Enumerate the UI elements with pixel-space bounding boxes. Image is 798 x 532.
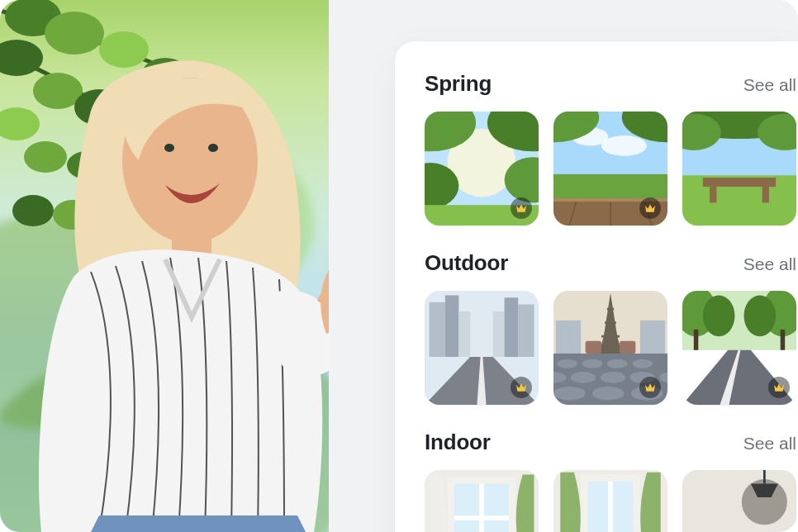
svg-point-74 [744,296,777,337]
svg-rect-53 [556,321,581,354]
bg-thumb-city-street-skyscrapers[interactable] [425,291,539,405]
section-title: Spring [425,71,492,97]
section-header: Outdoor See all [425,250,798,276]
svg-point-26 [601,135,647,156]
catalog-panel: Spring See all [329,0,798,532]
svg-rect-46 [458,311,470,357]
svg-rect-44 [430,302,445,357]
see-all-button[interactable]: See all [743,75,796,95]
svg-rect-56 [620,341,635,354]
thumb-row [425,112,798,226]
see-all-button[interactable]: See all [743,434,796,454]
svg-point-60 [607,359,628,368]
svg-rect-48 [505,297,519,357]
section-spring: Spring See all [425,71,798,226]
svg-rect-88 [608,482,613,532]
premium-icon [639,377,661,398]
svg-point-72 [703,296,735,337]
svg-point-58 [557,359,577,368]
bg-thumb-spring-backlit-leaves[interactable] [425,112,539,226]
premium-icon [511,377,532,398]
svg-rect-55 [586,341,601,354]
bg-thumb-spring-bench-under-tree[interactable] [682,112,796,226]
svg-rect-45 [445,296,459,358]
bg-thumb-spring-wooden-deck-meadow[interactable] [553,112,667,226]
svg-rect-92 [763,470,766,484]
svg-rect-75 [694,330,699,350]
section-outdoor: Outdoor See all [425,250,798,405]
bg-thumb-window-green-curtains-2[interactable] [553,470,667,532]
app-root: Spring See all [0,0,798,532]
svg-point-61 [632,359,653,368]
section-title: Outdoor [425,250,508,276]
svg-point-15 [208,144,218,152]
section-header: Indoor See all [425,430,798,455]
svg-rect-83 [454,515,509,520]
svg-point-14 [164,144,174,152]
svg-rect-41 [710,187,716,202]
svg-point-64 [601,372,625,383]
thumbnail-art [682,112,796,226]
see-all-button[interactable]: See all [743,254,796,274]
section-header: Spring See all [425,71,798,97]
premium-icon [511,197,532,219]
svg-rect-82 [479,484,484,532]
premium-icon [768,377,790,398]
subject-person [0,20,329,532]
svg-rect-49 [518,305,534,357]
svg-point-63 [571,372,596,383]
svg-rect-47 [493,311,505,357]
svg-rect-42 [762,187,769,202]
background-preview [0,0,329,532]
bg-thumb-window-green-curtains-1[interactable] [425,470,539,532]
svg-rect-76 [781,330,786,350]
section-title: Indoor [425,430,491,455]
bg-thumb-tree-lined-road[interactable] [682,291,796,405]
thumbnail-art [425,470,539,532]
svg-rect-54 [640,321,665,354]
thumbnail-art [553,470,667,532]
premium-icon [639,197,661,219]
svg-point-68 [592,387,625,401]
section-indoor: Indoor See all [425,430,798,532]
svg-rect-40 [703,178,776,187]
svg-point-67 [553,387,586,401]
bg-thumb-paris-cobblestone-eiffel[interactable] [553,291,667,405]
thumbnail-art [682,470,796,532]
thumb-row [425,470,798,532]
thumb-row [425,291,798,405]
svg-point-59 [582,359,603,368]
bg-thumb-minimal-room-lamp[interactable] [682,470,796,532]
catalog-card: Spring See all [395,41,798,532]
